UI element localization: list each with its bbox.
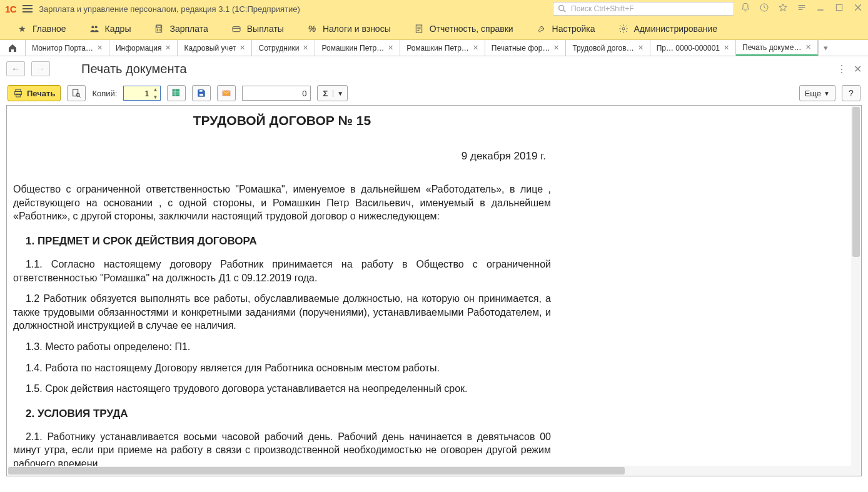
horizontal-scrollbar[interactable] (7, 466, 851, 476)
svg-point-14 (158, 29, 158, 29)
page-options-icon[interactable]: ⋮ (837, 63, 847, 75)
search-input[interactable]: Поиск Ctrl+Shift+F (553, 2, 734, 16)
forward-button[interactable]: → (31, 61, 50, 76)
menu-salary[interactable]: Зарплата (142, 18, 219, 40)
percent-icon: % (306, 23, 318, 34)
hamburger-icon[interactable] (23, 5, 33, 13)
close-tab-icon[interactable]: ✕ (638, 44, 643, 52)
vertical-scrollbar[interactable] (851, 106, 861, 466)
svg-line-1 (563, 10, 565, 12)
menu-label: Администрирование (634, 24, 718, 34)
doc-section-1: 1. ПРЕДМЕТ И СРОК ДЕЙСТВИЯ ДОГОВОРА (26, 234, 551, 249)
close-tab-icon[interactable]: ✕ (303, 44, 308, 52)
more-button[interactable]: Еще ▼ (799, 85, 835, 101)
close-tab-icon[interactable]: ✕ (473, 44, 478, 52)
menu-main[interactable]: ★ Главное (5, 18, 78, 40)
tab-employee-2[interactable]: Ромашкин Петр…✕ (400, 40, 485, 56)
menu-icon[interactable] (797, 3, 807, 15)
menu-taxes[interactable]: % Налоги и взносы (295, 18, 402, 40)
close-tab-icon[interactable]: ✕ (97, 44, 103, 52)
tab-overflow[interactable]: ▾ (818, 40, 833, 56)
save-icon (196, 88, 206, 98)
doc-intro: Общество с ограниченной ответственностью… (13, 183, 551, 223)
help-button[interactable]: ? (842, 85, 860, 101)
calculator-icon (153, 23, 164, 34)
email-button[interactable] (217, 85, 236, 101)
svg-point-11 (94, 26, 97, 28)
dropdown-icon[interactable]: ▼ (333, 90, 347, 97)
doc-title: ТРУДОВОЙ ДОГОВОР № 15 (13, 112, 551, 129)
close-tab-icon[interactable]: ✕ (388, 44, 393, 52)
copies-field[interactable] (124, 89, 150, 98)
back-button[interactable]: ← (6, 61, 25, 76)
tab-label: Кадровый учет (184, 44, 236, 53)
menu-admin[interactable]: Администрирование (607, 18, 729, 40)
spin-up-icon[interactable]: ▲ (150, 86, 160, 93)
menu-personnel[interactable]: Кадры (78, 18, 143, 40)
close-tab-icon[interactable]: ✕ (553, 44, 559, 52)
tab-monitor[interactable]: Монитор Порта…✕ (26, 40, 109, 56)
print-button[interactable]: Печать (8, 85, 61, 101)
copies-spinner[interactable]: ▲▼ (150, 86, 160, 101)
window-title: Зарплата и управление персоналом, редакц… (39, 4, 547, 14)
menu-payments[interactable]: Выплаты (220, 18, 295, 40)
tabs-row: Монитор Порта…✕ Информация✕ Кадровый уче… (0, 40, 868, 56)
number-display[interactable]: 0 (242, 86, 311, 101)
doc-section-2: 2. УСЛОВИЯ ТРУДА (26, 407, 551, 421)
close-tab-icon[interactable]: ✕ (724, 44, 729, 52)
star-filled-icon: ★ (16, 23, 28, 34)
magnifier-page-icon (71, 88, 81, 98)
close-tab-icon[interactable]: ✕ (805, 43, 811, 51)
close-tab-icon[interactable]: ✕ (240, 44, 245, 52)
svg-rect-35 (199, 94, 204, 96)
tab-print-forms[interactable]: Печатные фор…✕ (485, 40, 567, 56)
copies-label: Копий: (92, 89, 117, 98)
tab-employee-1[interactable]: Ромашкин Петр…✕ (315, 40, 400, 56)
tab-employees[interactable]: Сотрудники✕ (252, 40, 315, 56)
page-header: ← → Печать документа ⋮ ✕ (0, 56, 868, 81)
sum-button[interactable]: Σ ▼ (317, 85, 348, 101)
menu-label: Кадры (105, 24, 131, 34)
search-icon (557, 4, 567, 14)
hscroll-thumb[interactable] (8, 467, 625, 474)
svg-point-10 (91, 26, 94, 28)
history-icon[interactable] (759, 3, 769, 15)
tab-print-document[interactable]: Печать докуме…✕ (736, 40, 818, 56)
maximize-icon[interactable] (834, 3, 844, 15)
preview-button[interactable] (67, 85, 86, 101)
spin-down-icon[interactable]: ▼ (150, 93, 160, 101)
grid-edit-icon (171, 88, 181, 98)
tab-label: Ромашкин Петр… (321, 44, 384, 53)
document-viewport[interactable]: ТРУДОВОЙ ДОГОВОР № 15 9 декабря 2019 г. … (7, 106, 851, 466)
svg-point-23 (622, 28, 625, 30)
svg-point-15 (160, 29, 161, 29)
copies-input[interactable]: ▲▼ (123, 86, 161, 101)
scroll-corner (851, 466, 861, 476)
vscroll-thumb[interactable] (852, 107, 860, 257)
printer-icon (13, 88, 23, 98)
home-tab[interactable] (0, 40, 26, 56)
sigma-icon: Σ (318, 89, 333, 98)
close-page-icon[interactable]: ✕ (854, 63, 862, 75)
menu-reports[interactable]: Отчетность, справки (402, 18, 525, 40)
close-tab-icon[interactable]: ✕ (165, 44, 171, 52)
minimize-icon[interactable] (815, 3, 825, 15)
svg-point-17 (160, 30, 161, 31)
star-icon[interactable] (778, 3, 788, 15)
doc-clause-1-1: 1.1. Согласно настоящему договору Работн… (13, 258, 551, 284)
tab-hr-accounting[interactable]: Кадровый учет✕ (178, 40, 252, 56)
report-icon (413, 23, 425, 34)
save-button[interactable] (192, 85, 211, 101)
titlebar-actions (740, 3, 863, 15)
menu-settings[interactable]: Настройка (525, 18, 607, 40)
bell-icon[interactable] (740, 3, 750, 15)
tab-information[interactable]: Информация✕ (109, 40, 178, 56)
svg-rect-7 (836, 4, 842, 10)
close-icon[interactable] (853, 3, 863, 15)
menu-label: Налоги и взносы (323, 24, 391, 34)
doc-date: 9 декабря 2019 г. (13, 149, 546, 164)
tab-order[interactable]: Пр… 0000-000001✕ (650, 40, 736, 56)
menu-label: Отчетность, справки (430, 24, 513, 34)
tab-contract[interactable]: Трудовой догов…✕ (566, 40, 650, 56)
edit-layout-button[interactable] (167, 85, 186, 101)
